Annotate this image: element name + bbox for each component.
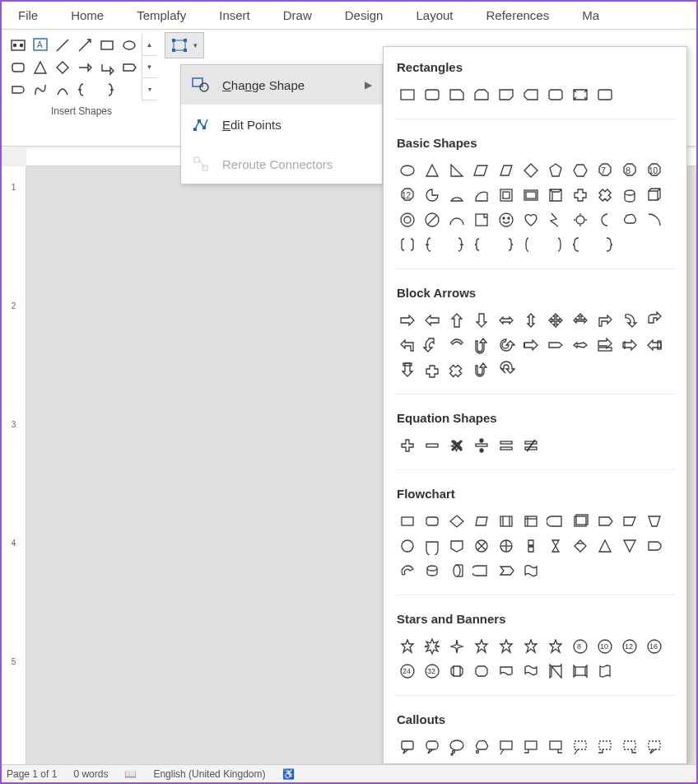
- shape-option[interactable]: [420, 82, 444, 107]
- shape-option[interactable]: [593, 534, 617, 558]
- shape-option[interactable]: [568, 232, 593, 257]
- shape-gallery[interactable]: A: [7, 34, 140, 100]
- shape-option[interactable]: [469, 735, 494, 759]
- shape-option[interactable]: [420, 509, 444, 534]
- tab-templafy[interactable]: Templafy: [120, 2, 202, 29]
- shape-option[interactable]: [593, 82, 617, 107]
- shape-option[interactable]: [519, 158, 543, 183]
- shape-option[interactable]: 8: [617, 158, 642, 183]
- shape-option[interactable]: [469, 558, 494, 583]
- shape-option[interactable]: [469, 357, 494, 382]
- gallery-down-icon[interactable]: ▼: [142, 56, 156, 78]
- shape-option[interactable]: [395, 333, 420, 357]
- shape-option[interactable]: [617, 333, 642, 357]
- shape-option[interactable]: 24: [395, 659, 420, 684]
- shape-option[interactable]: [469, 333, 494, 357]
- shape-option[interactable]: [444, 82, 469, 107]
- shape-option[interactable]: [519, 333, 543, 357]
- shape-option[interactable]: [494, 534, 519, 558]
- shape-option[interactable]: [494, 735, 519, 759]
- shape-option[interactable]: [543, 82, 568, 107]
- menu-change-shape[interactable]: Change Shape ▶: [181, 65, 382, 105]
- shape-option[interactable]: [543, 659, 568, 684]
- shape-option[interactable]: [519, 509, 543, 534]
- shape-option[interactable]: [593, 308, 617, 333]
- shape-option[interactable]: [395, 82, 420, 107]
- gallery-more-icon[interactable]: ▾: [142, 78, 156, 100]
- shape-option[interactable]: [543, 333, 568, 357]
- shape-option[interactable]: [469, 634, 494, 659]
- shape-option[interactable]: [420, 735, 444, 759]
- shape-option[interactable]: [593, 509, 617, 534]
- shape-option[interactable]: [494, 509, 519, 534]
- shape-option[interactable]: [444, 433, 469, 458]
- shape-option[interactable]: [420, 158, 444, 183]
- shape-option[interactable]: [444, 558, 469, 583]
- shape-option[interactable]: [469, 659, 494, 684]
- shape-option[interactable]: [444, 634, 469, 659]
- shape-option[interactable]: 12: [617, 634, 642, 659]
- shape-option[interactable]: [568, 208, 593, 232]
- shape-option[interactable]: [420, 333, 444, 357]
- tab-insert[interactable]: Insert: [202, 2, 267, 29]
- shape-option[interactable]: [568, 659, 593, 684]
- shape-option[interactable]: [420, 208, 444, 232]
- shape-option[interactable]: [395, 534, 420, 558]
- shape-option[interactable]: [568, 509, 593, 534]
- shape-option[interactable]: 32: [420, 659, 444, 684]
- shape-option[interactable]: [420, 558, 444, 583]
- shape-option[interactable]: [444, 659, 469, 684]
- shape-option[interactable]: [469, 158, 494, 183]
- shape-option[interactable]: [642, 509, 667, 534]
- shape-option[interactable]: [593, 232, 617, 257]
- edit-shape-button[interactable]: ▾: [165, 32, 204, 58]
- shape-option[interactable]: [420, 308, 444, 333]
- gallery-up-icon[interactable]: ▲: [142, 34, 156, 56]
- shape-option[interactable]: [543, 208, 568, 232]
- shape-option[interactable]: [617, 308, 642, 333]
- shape-option[interactable]: [395, 308, 420, 333]
- shape-option[interactable]: [395, 158, 420, 183]
- shape-option[interactable]: [395, 433, 420, 458]
- menu-edit-points[interactable]: Edit Points: [181, 105, 382, 144]
- shape-option[interactable]: [642, 735, 667, 759]
- shape-option[interactable]: [617, 208, 642, 232]
- shape-option[interactable]: [469, 308, 494, 333]
- shape-option[interactable]: [420, 232, 444, 257]
- shape-option[interactable]: [420, 357, 444, 382]
- shape-option[interactable]: [617, 183, 642, 208]
- shape-option[interactable]: [568, 333, 593, 357]
- shape-option[interactable]: [593, 735, 617, 759]
- shape-option[interactable]: [642, 183, 667, 208]
- shape-option[interactable]: [444, 208, 469, 232]
- shape-option[interactable]: 8: [568, 634, 593, 659]
- shape-option[interactable]: [642, 308, 667, 333]
- shape-option[interactable]: [494, 433, 519, 458]
- shape-option[interactable]: [519, 183, 543, 208]
- tab-home[interactable]: Home: [54, 2, 120, 29]
- shape-option[interactable]: [543, 534, 568, 558]
- shape-option[interactable]: [568, 308, 593, 333]
- status-words[interactable]: 0 words: [73, 768, 108, 780]
- shape-option[interactable]: [568, 183, 593, 208]
- shape-option[interactable]: [642, 534, 667, 558]
- shape-option[interactable]: [444, 183, 469, 208]
- shape-option[interactable]: [519, 433, 543, 458]
- shape-option[interactable]: [642, 333, 667, 357]
- shape-option[interactable]: [494, 357, 519, 382]
- status-language[interactable]: English (United Kingdom): [153, 768, 265, 780]
- shape-option[interactable]: [444, 509, 469, 534]
- shape-option[interactable]: [494, 232, 519, 257]
- shape-option[interactable]: [469, 232, 494, 257]
- shape-option[interactable]: [469, 82, 494, 107]
- shape-option[interactable]: [494, 183, 519, 208]
- shape-option[interactable]: [444, 333, 469, 357]
- shape-option[interactable]: [395, 735, 420, 759]
- shape-option[interactable]: [519, 208, 543, 232]
- shape-option[interactable]: [543, 232, 568, 257]
- gallery-scroll[interactable]: ▲ ▼ ▾: [142, 34, 156, 100]
- shape-option[interactable]: [593, 659, 617, 684]
- shape-option[interactable]: [420, 634, 444, 659]
- shape-option[interactable]: [494, 333, 519, 357]
- shape-option[interactable]: 12: [395, 183, 420, 208]
